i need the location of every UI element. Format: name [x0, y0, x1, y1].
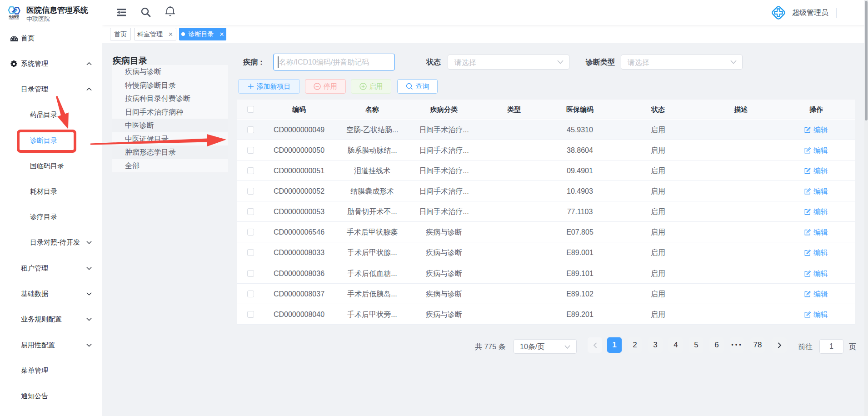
svg-text:HEALTH LINK: HEALTH LINK [9, 18, 20, 20]
